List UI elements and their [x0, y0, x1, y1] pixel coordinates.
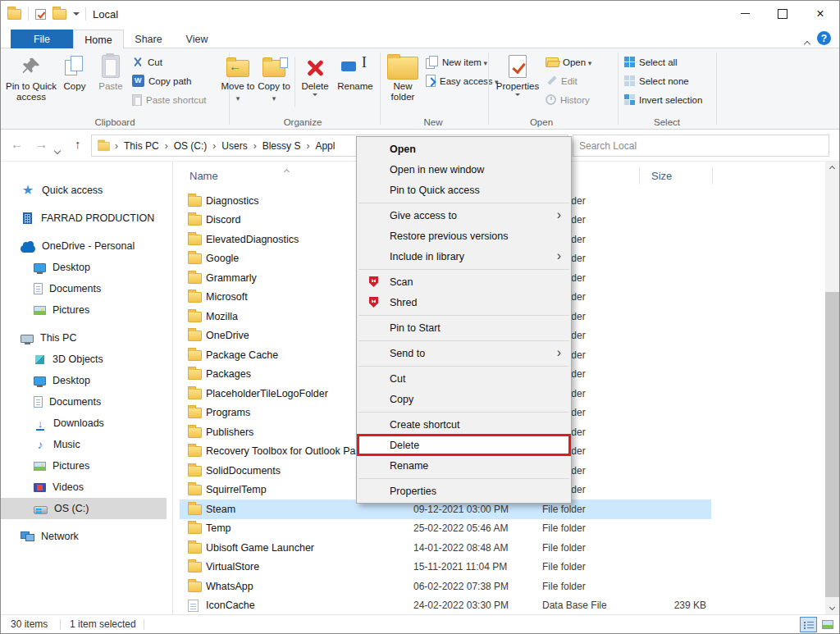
edit-button[interactable]: Edit: [546, 72, 578, 89]
open-button[interactable]: Open: [546, 53, 591, 71]
scroll-up-icon[interactable]: [825, 162, 839, 176]
breadcrumb-item-appl[interactable]: Appl: [313, 140, 336, 152]
sort-ascending-icon[interactable]: [285, 162, 289, 177]
sidebar-item-os-c[interactable]: OS (C:): [1, 498, 167, 519]
breadcrumb-item-os-c[interactable]: OS (C:): [172, 140, 209, 152]
context-menu-item-scan[interactable]: Scan: [357, 271, 571, 292]
sidebar-item-farrad-production[interactable]: FARRAD PRODUCTION: [1, 208, 167, 229]
sidebar-item-documents[interactable]: Documents: [1, 391, 167, 413]
column-header-size[interactable]: Size: [651, 170, 672, 182]
sidebar-item-videos[interactable]: Videos: [1, 477, 167, 498]
sidebar-item-label: Desktop: [52, 262, 90, 273]
help-icon[interactable]: [817, 31, 831, 45]
select-none-button[interactable]: Select none: [624, 72, 689, 89]
sidebar-item-desktop[interactable]: Desktop: [1, 257, 167, 278]
up-icon[interactable]: [75, 137, 81, 151]
easy-access-icon: [426, 75, 436, 87]
tab-home[interactable]: Home: [73, 30, 124, 49]
sidebar-item-3d-objects[interactable]: 3D Objects: [1, 349, 167, 370]
sidebar-item-desktop[interactable]: Desktop: [1, 370, 167, 391]
sidebar-item-label: OS (C:): [54, 503, 89, 514]
context-menu-item-properties[interactable]: Properties: [357, 481, 571, 501]
context-menu-item-include-in-library[interactable]: Include in library: [357, 246, 571, 267]
back-icon[interactable]: [11, 137, 23, 151]
context-menu-item-pin-to-start[interactable]: Pin to Start: [357, 317, 571, 338]
copy-to-button[interactable]: Copy to: [257, 52, 291, 111]
file-row-temp[interactable]: Temp25-02-2022 05:46 AMFile folder: [180, 519, 711, 539]
sidebar-item-pictures[interactable]: Pictures: [1, 299, 167, 321]
new-folder-quick-icon[interactable]: [52, 9, 66, 20]
copy-path-button[interactable]: Copy path: [132, 72, 191, 89]
context-menu-item-send-to[interactable]: Send to: [357, 343, 571, 363]
context-menu-item-shred[interactable]: Shred: [357, 292, 571, 312]
rename-button[interactable]: Rename: [334, 52, 377, 111]
folder-icon: [188, 292, 202, 303]
search-input[interactable]: Search Local: [573, 135, 829, 157]
minimize-button[interactable]: [726, 1, 764, 26]
column-header-name[interactable]: Name: [189, 170, 218, 182]
close-button[interactable]: ×: [801, 1, 839, 26]
paste-button[interactable]: Paste: [93, 52, 129, 111]
sidebar-item-network[interactable]: Network: [1, 526, 167, 547]
context-menu-item-open-in-new-window[interactable]: Open in new window: [357, 159, 571, 180]
menu-item-label: Scan: [390, 276, 413, 288]
delete-button[interactable]: Delete: [298, 52, 332, 111]
tab-file[interactable]: File: [11, 30, 73, 49]
cut-button[interactable]: Cut: [132, 53, 162, 71]
breadcrumb-item-blessy-s[interactable]: Blessy S: [261, 140, 303, 152]
invert-selection-button[interactable]: Invert selection: [624, 91, 702, 108]
copy-button[interactable]: Copy: [58, 52, 91, 111]
file-name: Google: [206, 253, 239, 264]
sidebar-item-downloads[interactable]: ↓Downloads: [1, 413, 167, 434]
file-row-whatsapp[interactable]: WhatsApp06-02-2022 07:38 PMFile folder: [180, 577, 711, 596]
paste-shortcut-button[interactable]: Paste shortcut: [132, 91, 207, 108]
open-group-label: Open: [488, 117, 595, 127]
context-menu-item-cut[interactable]: Cut: [357, 368, 571, 389]
sidebar-item-pictures[interactable]: Pictures: [1, 455, 167, 477]
select-all-button[interactable]: Select all: [624, 53, 678, 71]
context-menu-item-copy[interactable]: Copy: [357, 389, 571, 409]
maximize-button[interactable]: [764, 1, 801, 26]
file-row-iconcache[interactable]: IconCache24-02-2022 03:30 PMData Base Fi…: [180, 596, 711, 616]
tab-view[interactable]: View: [173, 30, 221, 49]
sidebar-item-this-pc[interactable]: This PC: [1, 327, 167, 349]
sidebar-item-music[interactable]: ♪Music: [1, 434, 167, 455]
sidebar-item-onedrive-personal[interactable]: OneDrive - Personal: [1, 235, 167, 257]
context-menu-item-rename[interactable]: Rename: [357, 455, 571, 476]
window-title: Local: [93, 8, 118, 21]
properties-button[interactable]: Properties: [495, 52, 541, 111]
scrollbar-thumb[interactable]: [825, 292, 839, 597]
context-menu-item-delete[interactable]: Delete: [357, 434, 571, 456]
menu-item-label: Cut: [390, 373, 405, 385]
context-menu-item-restore-previous-versions[interactable]: Restore previous versions: [357, 226, 571, 246]
scroll-down-icon[interactable]: [825, 600, 839, 614]
vertical-scrollbar[interactable]: [825, 162, 839, 614]
qat-dropdown-icon[interactable]: [73, 11, 79, 17]
thumbnails-view-button[interactable]: [819, 617, 836, 632]
sidebar-item-documents[interactable]: Documents: [1, 278, 167, 299]
details-view-button[interactable]: [800, 617, 817, 632]
file-row-virtualstore[interactable]: VirtualStore15-11-2021 11:04 PMFile fold…: [180, 558, 711, 577]
new-item-button[interactable]: New item: [426, 53, 487, 71]
properties-quick-icon[interactable]: [35, 9, 46, 20]
pin-to-quick-access-button[interactable]: Pin to Quick access: [6, 52, 57, 111]
move-to-button[interactable]: ← Move to: [221, 52, 255, 111]
search-placeholder: Search Local: [579, 140, 637, 152]
sidebar-item-quick-access[interactable]: ★Quick access: [1, 180, 167, 201]
menu-item-label: Open in new window: [390, 164, 484, 176]
context-menu-item-create-shortcut[interactable]: Create shortcut: [357, 414, 571, 435]
new-folder-button[interactable]: New folder: [383, 52, 422, 111]
tab-share[interactable]: Share: [124, 30, 173, 49]
cube-icon: [35, 355, 44, 364]
file-row-ubisoft-game-launcher[interactable]: Ubisoft Game Launcher14-01-2022 08:48 AM…: [180, 538, 711, 558]
breadcrumb-item-this-pc[interactable]: This PC: [122, 140, 161, 152]
folder-icon: [188, 312, 202, 322]
forward-icon[interactable]: [35, 137, 48, 151]
history-button[interactable]: History: [546, 91, 590, 108]
context-menu-item-pin-to-quick-access[interactable]: Pin to Quick access: [357, 180, 571, 200]
folder-icon: [188, 408, 202, 418]
context-menu-item-give-access-to[interactable]: Give access to: [357, 205, 571, 226]
recent-locations-icon[interactable]: [55, 142, 60, 157]
breadcrumb-item-users[interactable]: Users: [220, 140, 249, 152]
context-menu-item-open[interactable]: Open: [357, 139, 571, 159]
